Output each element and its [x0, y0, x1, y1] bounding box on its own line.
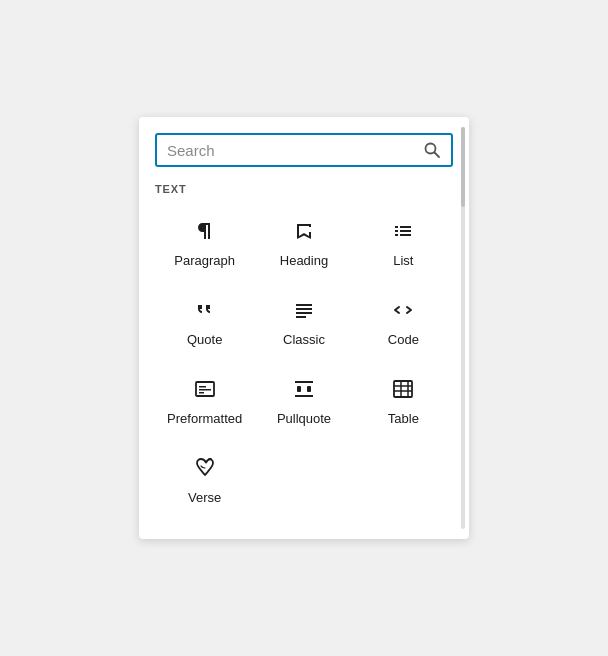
svg-rect-16	[295, 381, 313, 383]
block-item-list[interactable]: List	[354, 203, 453, 282]
svg-rect-11	[296, 316, 306, 318]
block-inserter-panel: TEXT Paragraph Heading	[139, 117, 469, 539]
svg-rect-10	[296, 312, 312, 314]
svg-rect-13	[199, 386, 206, 388]
heading-label: Heading	[280, 253, 328, 268]
table-label: Table	[388, 411, 419, 426]
svg-line-1	[435, 153, 440, 158]
svg-rect-2	[395, 226, 398, 228]
pullquote-icon	[292, 375, 316, 403]
search-icon	[423, 141, 441, 159]
verse-label: Verse	[188, 490, 221, 505]
svg-rect-20	[394, 381, 412, 397]
section-label: TEXT	[155, 183, 453, 195]
quote-icon	[193, 296, 217, 324]
block-item-preformatted[interactable]: Preformatted	[155, 361, 254, 440]
block-item-quote[interactable]: Quote	[155, 282, 254, 361]
block-item-table[interactable]: Table	[354, 361, 453, 440]
classic-icon	[292, 296, 316, 324]
scrollbar[interactable]	[461, 127, 465, 529]
svg-rect-7	[400, 234, 411, 236]
scrollbar-thumb	[461, 127, 465, 207]
code-icon	[391, 296, 415, 324]
block-item-pullquote[interactable]: Pullquote	[254, 361, 353, 440]
block-grid: Paragraph Heading	[155, 203, 453, 519]
list-icon	[391, 217, 415, 245]
block-item-verse[interactable]: Verse	[155, 440, 254, 519]
preformatted-label: Preformatted	[167, 411, 242, 426]
svg-rect-8	[296, 304, 312, 306]
list-label: List	[393, 253, 413, 268]
heading-icon	[292, 217, 316, 245]
block-item-code[interactable]: Code	[354, 282, 453, 361]
block-item-paragraph[interactable]: Paragraph	[155, 203, 254, 282]
paragraph-icon	[193, 217, 217, 245]
svg-rect-14	[199, 389, 211, 391]
code-label: Code	[388, 332, 419, 347]
svg-rect-17	[295, 395, 313, 397]
preformatted-icon	[193, 375, 217, 403]
table-icon	[391, 375, 415, 403]
svg-rect-3	[400, 226, 411, 228]
classic-label: Classic	[283, 332, 325, 347]
svg-rect-18	[297, 386, 301, 392]
search-wrapper	[155, 133, 453, 167]
svg-rect-19	[307, 386, 311, 392]
search-input[interactable]	[167, 142, 423, 159]
svg-rect-15	[199, 392, 204, 394]
block-item-classic[interactable]: Classic	[254, 282, 353, 361]
svg-rect-6	[395, 234, 398, 236]
quote-label: Quote	[187, 332, 222, 347]
pullquote-label: Pullquote	[277, 411, 331, 426]
svg-rect-4	[395, 230, 398, 232]
block-item-heading[interactable]: Heading	[254, 203, 353, 282]
paragraph-label: Paragraph	[174, 253, 235, 268]
verse-icon	[193, 454, 217, 482]
svg-rect-9	[296, 308, 312, 310]
svg-rect-5	[400, 230, 411, 232]
